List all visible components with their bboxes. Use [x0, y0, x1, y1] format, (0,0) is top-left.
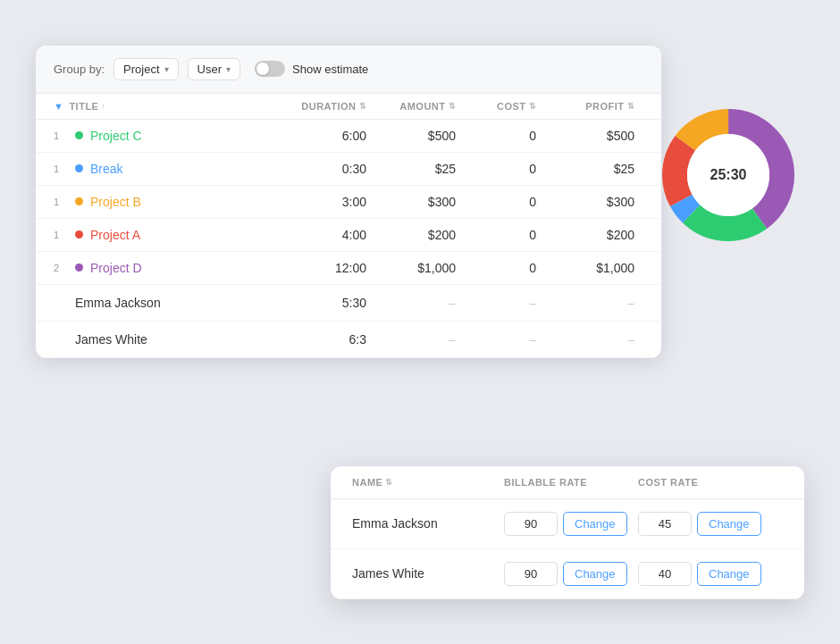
group-by-label: Group by: [54, 63, 105, 76]
user-row[interactable]: James White 6:3 – – – [36, 322, 661, 358]
profit-cell: $500 [536, 129, 634, 143]
show-estimate-toggle[interactable] [255, 61, 285, 77]
th-amount[interactable]: AMOUNT [366, 101, 456, 112]
user-amount: – [366, 332, 456, 347]
amount-cell: $200 [366, 228, 456, 242]
billable-rate-group: Change [504, 512, 638, 536]
user-cost: – [456, 296, 536, 310]
user-select[interactable]: User [188, 58, 240, 80]
rate-th-name[interactable]: NAME [352, 477, 504, 488]
cost-rate-input[interactable] [638, 512, 692, 536]
toolbar: Group by: Project User Show estimate [36, 46, 661, 94]
billable-change-button[interactable]: Change [563, 562, 627, 586]
rate-th-billable: BILLABLE RATE [504, 477, 638, 488]
amount-cell: $25 [366, 162, 456, 176]
title-cell: 1 Project B [54, 195, 268, 209]
table-row[interactable]: 1 Project A 4:00 $200 0 $200 [36, 219, 661, 252]
duration-sort-icon [359, 102, 367, 111]
user-select-label: User [197, 63, 222, 76]
table-row[interactable]: 1 Break 0:30 $25 0 $25 [36, 153, 661, 186]
rate-rows: Emma Jackson Change Change James White C… [331, 499, 804, 599]
project-rows: 1 Project C 6:00 $500 0 $500 1 Break 0:3… [36, 120, 661, 285]
amount-sort-icon [449, 102, 457, 111]
user-amount: – [366, 296, 456, 310]
rate-row: Emma Jackson Change Change [331, 499, 804, 549]
duration-cell: 0:30 [268, 162, 366, 176]
project-title[interactable]: Project C [90, 129, 142, 143]
duration-cell: 6:00 [268, 129, 366, 143]
profit-cell: $1,000 [536, 261, 634, 275]
project-dot [75, 164, 83, 172]
rate-person-name: Emma Jackson [352, 516, 504, 531]
row-num: 1 [54, 163, 68, 174]
user-duration: 6:3 [268, 332, 366, 347]
profit-sort-icon [627, 102, 635, 111]
user-name: Emma Jackson [54, 296, 268, 310]
title-cell: 1 Project A [54, 228, 268, 242]
user-profit: – [536, 332, 634, 347]
name-sort-icon [385, 478, 393, 487]
toggle-thumb [256, 63, 269, 75]
cost-change-button[interactable]: Change [697, 512, 761, 536]
profit-cell: $300 [536, 195, 634, 209]
cost-cell: 0 [456, 228, 536, 242]
amount-cell: $500 [366, 129, 456, 143]
chart-container: 25:30 [652, 99, 804, 251]
table-row[interactable]: 2 Project D 12:00 $1,000 0 $1,000 [36, 252, 661, 285]
cost-cell: 0 [456, 129, 536, 143]
user-cost: – [456, 332, 536, 347]
rate-row: James White Change Change [331, 549, 804, 599]
duration-cell: 4:00 [268, 228, 366, 242]
duration-cell: 3:00 [268, 195, 366, 209]
table-row[interactable]: 1 Project C 6:00 $500 0 $500 [36, 120, 661, 153]
billable-rate-group: Change [504, 562, 638, 586]
th-cost[interactable]: COST [456, 101, 536, 112]
th-profit[interactable]: PROFIT [536, 101, 634, 112]
project-title[interactable]: Project A [90, 228, 140, 242]
cost-change-button[interactable]: Change [697, 562, 761, 586]
cost-rate-input[interactable] [638, 562, 692, 586]
rate-person-name: James White [352, 566, 504, 581]
user-chevron-icon [226, 64, 231, 74]
table-header: ▼ TITLE ↑ DURATION AMOUNT COST PROFIT [36, 94, 661, 120]
project-dot [75, 197, 83, 205]
user-rows: Emma Jackson 5:30 – – – James White 6:3 … [36, 285, 661, 358]
row-num: 1 [54, 130, 68, 141]
user-duration: 5:30 [268, 296, 366, 310]
rate-card: NAME BILLABLE RATE COST RATE Emma Jackso… [331, 466, 804, 599]
project-title[interactable]: Break [90, 162, 123, 176]
project-select-label: Project [123, 63, 159, 76]
row-num: 1 [54, 230, 68, 240]
title-cell: 1 Break [54, 162, 268, 176]
user-name: James White [54, 332, 268, 347]
amount-cell: $1,000 [366, 261, 456, 275]
amount-cell: $300 [366, 195, 456, 209]
title-cell: 2 Project D [54, 261, 268, 275]
project-title[interactable]: Project D [90, 261, 142, 275]
cost-rate-group: Change [638, 562, 772, 586]
main-card: Group by: Project User Show estimate ▼ T… [36, 46, 661, 358]
th-duration[interactable]: DURATION [268, 101, 366, 112]
user-row[interactable]: Emma Jackson 5:30 – – – [36, 285, 661, 322]
chart-label: 25:30 [710, 167, 747, 183]
project-select[interactable]: Project [113, 58, 178, 80]
table-row[interactable]: 1 Project B 3:00 $300 0 $300 [36, 186, 661, 219]
billable-change-button[interactable]: Change [563, 512, 627, 536]
title-sort-icon: ↑ [101, 102, 105, 111]
show-estimate-toggle-wrap: Show estimate [255, 61, 368, 77]
profit-cell: $200 [536, 228, 634, 242]
rate-header: NAME BILLABLE RATE COST RATE [331, 466, 804, 499]
billable-rate-input[interactable] [504, 562, 558, 586]
show-estimate-label: Show estimate [292, 63, 368, 76]
project-dot [75, 263, 83, 272]
cost-cell: 0 [456, 162, 536, 176]
project-title[interactable]: Project B [90, 195, 141, 209]
cost-rate-group: Change [638, 512, 772, 536]
cost-cell: 0 [456, 195, 536, 209]
rate-th-cost: COST RATE [638, 477, 772, 488]
project-dot [75, 230, 83, 238]
profit-cell: $25 [536, 162, 634, 176]
billable-rate-input[interactable] [504, 512, 558, 536]
th-title[interactable]: ▼ TITLE ↑ [54, 101, 268, 112]
title-cell: 1 Project C [54, 129, 268, 143]
